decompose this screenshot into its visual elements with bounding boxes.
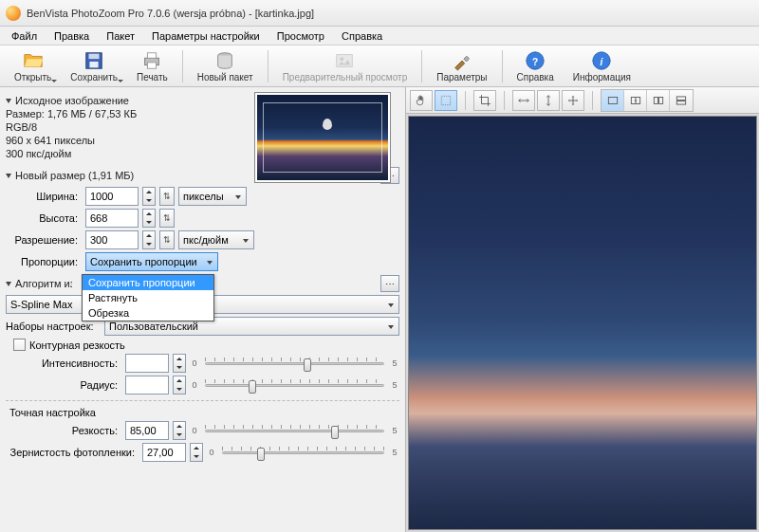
folder-open-icon [23, 50, 44, 71]
titlebar: BenVista PhotoZoom Pro 7.0.6 (wersja pró… [0, 0, 759, 27]
printer-icon [141, 50, 162, 71]
fit-height-button[interactable] [537, 90, 560, 111]
preset-label: Наборы настроек: [6, 321, 101, 332]
menu-edit[interactable]: Правка [46, 28, 97, 44]
main-toolbar: Открыть Сохранить Печать Новый пакет Пре… [0, 46, 759, 87]
chevron-down-icon [6, 174, 11, 178]
grain-slider[interactable] [220, 443, 386, 462]
chevron-down-icon [6, 99, 11, 103]
toolbar-separator [421, 50, 422, 83]
width-label: Ширина: [6, 191, 82, 202]
ratio-option-stretch[interactable]: Растянуть [83, 290, 213, 305]
tools-icon [452, 50, 472, 71]
view-split-center-button[interactable] [624, 90, 647, 111]
resolution-spinner[interactable] [142, 230, 156, 249]
ratio-option-keep[interactable]: Сохранить пропорции [83, 275, 213, 290]
grain-spinner[interactable] [190, 443, 203, 462]
hand-tool-button[interactable] [410, 90, 433, 111]
fit-both-button[interactable] [562, 90, 584, 111]
edge-sharpness-label: Контурная резкость [29, 339, 125, 351]
toolbar-separator [502, 50, 503, 83]
lock-aspect-button[interactable]: ⇅ [159, 187, 175, 206]
left-panel: Исходное изображение Размер: 1,76 МБ / 6… [0, 87, 406, 532]
svg-point-8 [341, 57, 344, 61]
svg-rect-21 [676, 101, 685, 104]
intensity-slider[interactable] [203, 354, 386, 373]
svg-rect-1 [89, 53, 100, 59]
ratio-label: Пропорции: [6, 256, 82, 267]
app-icon [6, 6, 21, 21]
menu-batch[interactable]: Пакет [99, 28, 142, 44]
svg-point-17 [635, 100, 637, 101]
chevron-down-icon [6, 282, 11, 286]
print-button[interactable]: Печать [128, 47, 176, 85]
intensity-label: Интенсивность: [6, 358, 121, 369]
floppy-icon [83, 50, 104, 71]
svg-rect-5 [148, 62, 157, 67]
open-button[interactable]: Открыть [6, 47, 60, 85]
resolution-label: Разрешение: [6, 234, 82, 246]
params-button[interactable]: Параметры [428, 47, 495, 85]
thumbnail[interactable] [255, 93, 390, 182]
database-icon [214, 50, 235, 71]
window-title: BenVista PhotoZoom Pro 7.0.6 (wersja pró… [27, 8, 314, 19]
lock-aspect-button[interactable]: ⇅ [159, 209, 175, 228]
marquee-tool-button[interactable] [435, 90, 457, 111]
sharpness-input[interactable] [125, 421, 169, 440]
resolution-input[interactable] [85, 230, 139, 249]
fine-header: Точная настройка [9, 407, 396, 418]
view-single-button[interactable] [602, 90, 624, 111]
help-button[interactable]: ? Справка [509, 47, 563, 85]
radius-slider[interactable] [203, 376, 386, 394]
view-toolbar [406, 87, 759, 114]
ratio-option-crop[interactable]: Обрезка [83, 305, 213, 321]
chevron-down-icon [51, 80, 57, 83]
sharpness-slider[interactable] [203, 421, 386, 440]
svg-rect-13 [441, 96, 450, 104]
menu-view[interactable]: Просмотр [269, 28, 332, 44]
width-input[interactable] [85, 187, 139, 206]
radius-input[interactable] [125, 376, 169, 394]
menu-help[interactable]: Справка [334, 28, 390, 44]
separator [6, 400, 399, 401]
sharpness-label: Резкость: [6, 425, 121, 436]
width-unit-combo[interactable]: пикселы [178, 187, 247, 206]
height-label: Высота: [6, 212, 82, 224]
width-spinner[interactable] [142, 187, 156, 206]
svg-rect-4 [148, 52, 157, 58]
svg-text:?: ? [532, 56, 538, 66]
svg-rect-19 [658, 97, 662, 103]
grain-input[interactable] [142, 443, 186, 462]
view-split-vert-button[interactable] [647, 90, 670, 111]
menu-settings[interactable]: Параметры настройки [144, 28, 268, 44]
sharpness-spinner[interactable] [173, 421, 186, 440]
height-spinner[interactable] [142, 209, 156, 228]
grain-label: Зернистость фотопленки: [6, 447, 139, 458]
toolbar-separator [268, 50, 268, 83]
new-batch-button[interactable]: Новый пакет [189, 47, 262, 85]
height-input[interactable] [85, 209, 139, 228]
info-button[interactable]: i Информация [565, 47, 639, 85]
split-view-group [601, 89, 694, 112]
algo-options-button[interactable]: ⋯ [380, 275, 399, 292]
view-split-horiz-button[interactable] [670, 90, 693, 111]
preview-button[interactable]: Предварительный просмотр [274, 47, 417, 85]
save-button[interactable]: Сохранить [62, 47, 126, 85]
intensity-spinner[interactable] [173, 354, 186, 373]
image-preview[interactable] [408, 116, 757, 530]
info-icon: i [591, 50, 612, 71]
svg-rect-18 [654, 97, 657, 103]
edge-sharpness-checkbox[interactable] [13, 339, 26, 351]
intensity-input[interactable] [125, 354, 169, 373]
ratio-dropdown: Сохранить пропорции Растянуть Обрезка [82, 274, 214, 321]
fit-width-button[interactable] [512, 90, 535, 111]
resolution-unit-combo[interactable]: пкс/дюйм [178, 230, 254, 249]
radius-spinner[interactable] [173, 376, 186, 394]
lock-aspect-button[interactable]: ⇅ [159, 230, 175, 249]
menubar: Файл Правка Пакет Параметры настройки Пр… [0, 27, 759, 46]
menu-file[interactable]: Файл [4, 28, 45, 44]
radius-label: Радиус: [6, 379, 121, 391]
ratio-combo[interactable]: Сохранить пропорции [85, 252, 218, 271]
svg-rect-2 [90, 61, 99, 66]
crop-tool-button[interactable] [473, 90, 496, 111]
